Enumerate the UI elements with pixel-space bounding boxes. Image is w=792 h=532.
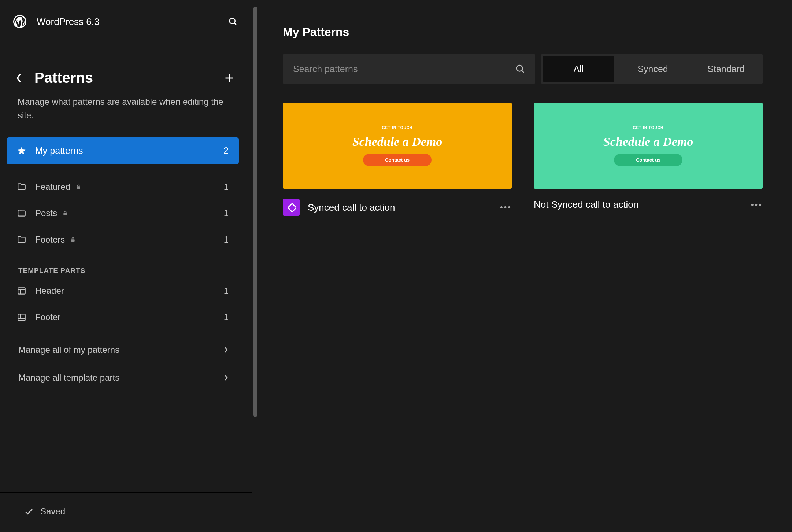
- preview-cta-button: Contact us: [363, 154, 432, 166]
- filter-tabs: All Synced Standard: [541, 54, 763, 84]
- preview-kicker: GET IN TOUCH: [382, 126, 412, 130]
- svg-point-1: [230, 18, 235, 24]
- header-layout-icon: [17, 286, 26, 296]
- sidebar-category-label: Posts: [35, 208, 57, 218]
- link-label: Manage all of my patterns: [18, 345, 119, 355]
- sidebar-category-count: 1: [224, 182, 229, 192]
- sidebar-template-part-footer[interactable]: Footer 1: [7, 304, 239, 330]
- sidebar-category-footers[interactable]: Footers 1: [7, 226, 239, 253]
- sidebar-category-count: 1: [224, 234, 229, 245]
- sidebar-template-part-count: 1: [224, 312, 229, 322]
- add-pattern-button[interactable]: [224, 73, 234, 83]
- site-title[interactable]: WordPress 6.3: [37, 16, 99, 27]
- svg-rect-5: [77, 187, 80, 189]
- svg-rect-7: [71, 240, 75, 242]
- more-actions-button[interactable]: •••: [751, 200, 763, 210]
- link-label: Manage all template parts: [18, 373, 119, 383]
- folder-icon: [17, 235, 26, 244]
- sidebar-top-row: WordPress 6.3: [0, 0, 245, 33]
- preview-cta-button: Contact us: [614, 154, 682, 166]
- sidebar-category-label: Footers: [35, 234, 65, 245]
- svg-rect-6: [63, 213, 67, 216]
- lock-icon: [75, 184, 81, 190]
- svg-point-14: [517, 65, 522, 71]
- manage-all-patterns-link[interactable]: Manage all of my patterns: [7, 336, 239, 364]
- preview-headline: Schedule a Demo: [352, 135, 443, 149]
- sidebar-template-part-header[interactable]: Header 1: [7, 278, 239, 304]
- folder-icon: [17, 208, 26, 218]
- preview-headline: Schedule a Demo: [603, 135, 693, 149]
- pattern-title: Synced call to action: [308, 202, 395, 213]
- sidebar-category-posts[interactable]: Posts 1: [7, 200, 239, 226]
- more-actions-button[interactable]: •••: [500, 203, 512, 212]
- svg-rect-16: [288, 204, 296, 212]
- sidebar-category-label: Featured: [35, 182, 70, 192]
- sidebar-description: Manage what patterns are available when …: [0, 86, 245, 122]
- manage-all-template-parts-link[interactable]: Manage all template parts: [7, 364, 239, 392]
- scrollbar-thumb[interactable]: [253, 7, 257, 417]
- sidebar-template-part-label: Footer: [35, 312, 60, 322]
- pattern-title: Not Synced call to action: [534, 199, 639, 210]
- filter-tab-all[interactable]: All: [543, 56, 614, 82]
- svg-rect-8: [18, 288, 25, 294]
- sidebar-item-my-patterns[interactable]: My patterns 2: [7, 137, 239, 164]
- star-icon: [17, 146, 26, 156]
- sidebar-category-featured[interactable]: Featured 1: [7, 174, 239, 200]
- svg-rect-11: [18, 314, 25, 321]
- footer-layout-icon: [17, 313, 26, 322]
- saved-status: Saved: [0, 493, 245, 532]
- pattern-preview: GET IN TOUCH Schedule a Demo Contact us: [534, 103, 763, 189]
- search-input[interactable]: [292, 63, 515, 75]
- pattern-card[interactable]: GET IN TOUCH Schedule a Demo Contact us …: [283, 103, 512, 216]
- sidebar-item-count: 2: [223, 145, 229, 156]
- wordpress-logo-icon[interactable]: [13, 15, 26, 28]
- folder-icon: [17, 182, 26, 192]
- filter-tab-standard[interactable]: Standard: [689, 54, 763, 84]
- synced-pattern-icon: [283, 199, 300, 216]
- sidebar-title: Patterns: [34, 70, 93, 86]
- pattern-preview: GET IN TOUCH Schedule a Demo Contact us: [283, 103, 512, 189]
- sidebar-template-part-count: 1: [224, 286, 229, 296]
- lock-icon: [70, 237, 76, 243]
- search-icon: [515, 63, 526, 74]
- sidebar-item-label: My patterns: [35, 145, 83, 156]
- sidebar-template-part-label: Header: [35, 286, 64, 296]
- sidebar-header: Patterns: [0, 33, 245, 86]
- check-icon: [24, 507, 34, 516]
- preview-kicker: GET IN TOUCH: [633, 126, 663, 130]
- sidebar-scrollbar[interactable]: [252, 0, 259, 532]
- search-input-wrapper[interactable]: [283, 54, 535, 84]
- back-button[interactable]: [16, 73, 22, 83]
- pattern-card[interactable]: GET IN TOUCH Schedule a Demo Contact us …: [534, 103, 763, 216]
- template-parts-heading: TEMPLATE PARTS: [7, 253, 239, 278]
- chevron-right-icon: [223, 346, 229, 354]
- open-command-palette-button[interactable]: [228, 16, 238, 27]
- page-title: My Patterns: [283, 25, 763, 39]
- chevron-right-icon: [223, 374, 229, 382]
- lock-icon: [62, 210, 68, 216]
- svg-line-15: [522, 70, 524, 73]
- filter-tab-synced[interactable]: Synced: [616, 54, 689, 84]
- svg-line-2: [234, 23, 237, 25]
- sidebar-category-count: 1: [224, 208, 229, 218]
- saved-label: Saved: [40, 506, 65, 517]
